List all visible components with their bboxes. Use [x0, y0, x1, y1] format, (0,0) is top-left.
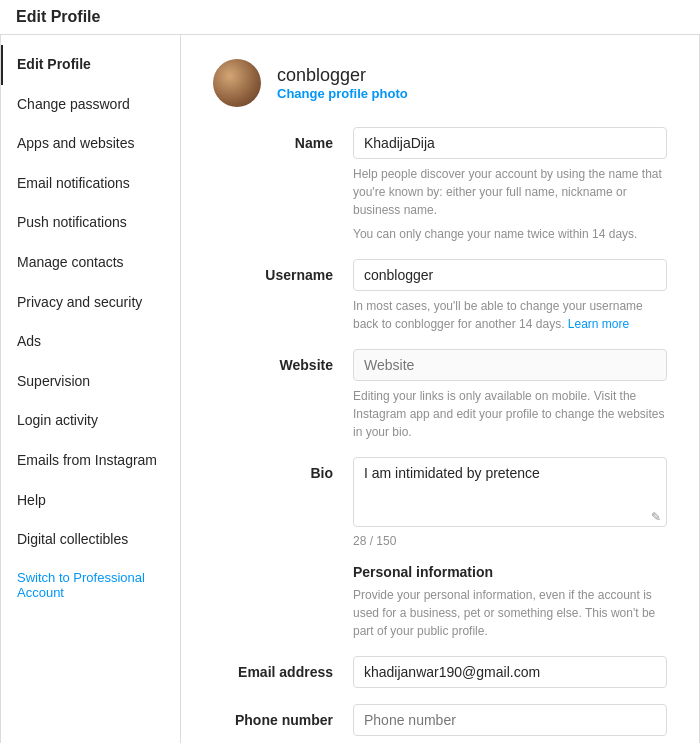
website-help: Editing your links is only available on …: [353, 387, 667, 441]
bio-count: 28 / 150: [353, 534, 667, 548]
email-label: Email address: [213, 656, 353, 680]
name-label: Name: [213, 127, 353, 151]
sidebar-item-apps-websites[interactable]: Apps and websites: [1, 124, 180, 164]
name-help2: You can only change your name twice with…: [353, 225, 667, 243]
email-field: [353, 656, 667, 688]
sidebar-item-push-notifications[interactable]: Push notifications: [1, 203, 180, 243]
sidebar-item-email-notifications[interactable]: Email notifications: [1, 164, 180, 204]
personal-info-title: Personal information: [353, 564, 667, 580]
username-field: In most cases, you'll be able to change …: [353, 259, 667, 333]
phone-input[interactable]: [353, 704, 667, 736]
sidebar-item-change-password[interactable]: Change password: [1, 85, 180, 125]
personal-info-desc: Provide your personal information, even …: [353, 586, 667, 640]
phone-row: Phone number: [213, 704, 667, 736]
website-label: Website: [213, 349, 353, 373]
personal-info-section: Personal information Provide your person…: [353, 564, 667, 640]
main-content: conblogger Change profile photo Name Hel…: [181, 35, 699, 743]
email-row: Email address: [213, 656, 667, 688]
sidebar: Edit Profile Change password Apps and we…: [1, 35, 181, 743]
sidebar-item-edit-profile[interactable]: Edit Profile: [1, 45, 180, 85]
sidebar-item-manage-contacts[interactable]: Manage contacts: [1, 243, 180, 283]
phone-label: Phone number: [213, 704, 353, 728]
profile-header: conblogger Change profile photo: [213, 59, 667, 107]
username-label: Username: [213, 259, 353, 283]
name-row: Name Help people discover your account b…: [213, 127, 667, 243]
sidebar-item-emails-instagram[interactable]: Emails from Instagram: [1, 441, 180, 481]
sidebar-item-supervision[interactable]: Supervision: [1, 362, 180, 402]
email-input[interactable]: [353, 656, 667, 688]
top-header: Edit Profile: [0, 0, 700, 35]
profile-info: conblogger Change profile photo: [277, 65, 408, 101]
sidebar-nav: Edit Profile Change password Apps and we…: [1, 45, 180, 610]
edit-icon: ✎: [651, 510, 661, 524]
phone-field: [353, 704, 667, 736]
avatar: [213, 59, 261, 107]
name-field: Help people discover your account by usi…: [353, 127, 667, 243]
bio-textarea[interactable]: [353, 457, 667, 527]
sidebar-item-privacy-security[interactable]: Privacy and security: [1, 283, 180, 323]
bio-field: ✎ 28 / 150: [353, 457, 667, 548]
username-help: In most cases, you'll be able to change …: [353, 297, 667, 333]
bio-row: Bio ✎ 28 / 150: [213, 457, 667, 548]
sidebar-item-digital-collectibles[interactable]: Digital collectibles: [1, 520, 180, 560]
sidebar-item-ads[interactable]: Ads: [1, 322, 180, 362]
profile-username: conblogger: [277, 65, 408, 86]
sidebar-item-help[interactable]: Help: [1, 481, 180, 521]
name-input[interactable]: [353, 127, 667, 159]
username-input[interactable]: [353, 259, 667, 291]
sidebar-switch-professional[interactable]: Switch to Professional Account: [1, 560, 180, 610]
avatar-image: [213, 59, 261, 107]
sidebar-item-login-activity[interactable]: Login activity: [1, 401, 180, 441]
username-learn-more[interactable]: Learn more: [568, 317, 629, 331]
name-help: Help people discover your account by usi…: [353, 165, 667, 219]
bio-label: Bio: [213, 457, 353, 481]
page-title: Edit Profile: [16, 8, 100, 25]
username-row: Username In most cases, you'll be able t…: [213, 259, 667, 333]
bio-wrapper: ✎: [353, 457, 667, 530]
change-photo-link[interactable]: Change profile photo: [277, 86, 408, 101]
website-input[interactable]: [353, 349, 667, 381]
website-field: Editing your links is only available on …: [353, 349, 667, 441]
website-row: Website Editing your links is only avail…: [213, 349, 667, 441]
